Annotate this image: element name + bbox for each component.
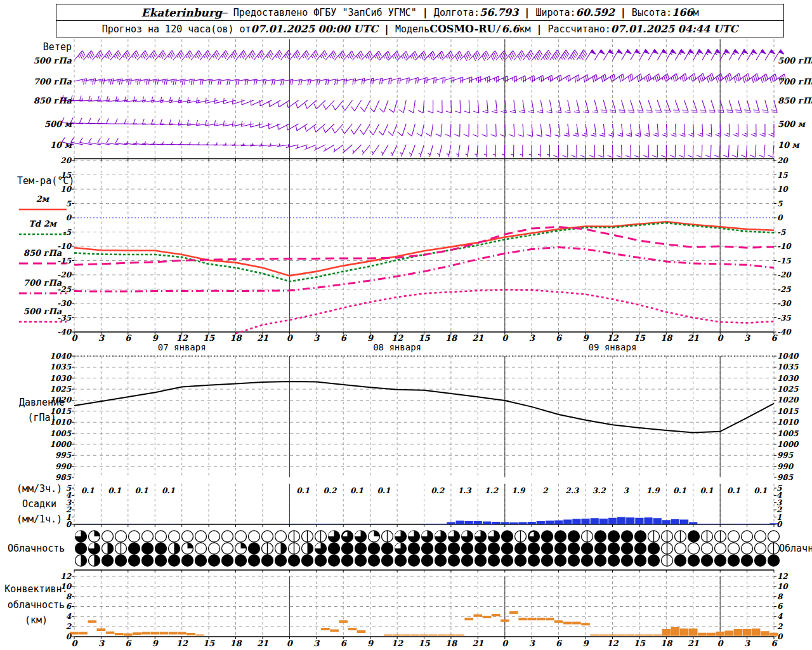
cloud-symbol (449, 543, 460, 554)
temp-tick-right: -15 (777, 256, 791, 265)
cloud-symbol (195, 555, 207, 566)
legend-label-3: 700 гПа (23, 278, 62, 288)
cloud-symbol (728, 543, 740, 554)
cloud-symbol-half (81, 555, 87, 566)
meteogram-chart (0, 0, 812, 650)
hour-label-bottom: 15 (634, 639, 645, 648)
hour-label-top: 6 (125, 333, 131, 343)
cloud-symbol-notch (329, 531, 334, 536)
header-r1-part-11: м (693, 7, 698, 18)
header-r2-part-5: / (496, 23, 502, 35)
pressure-tick-right: 1040 (777, 352, 798, 361)
clouds-panel-title: Облачность (8, 543, 65, 554)
wind-barb-flags-1 (591, 49, 784, 54)
hour-label-top: 12 (606, 333, 618, 343)
pressure-tick-left: 1020 (50, 395, 71, 404)
temp-tick-left: -30 (57, 299, 71, 308)
header-r2-part-9: Рассчитано: (548, 23, 611, 35)
cloud-symbol (115, 531, 127, 542)
precip-unit-3h: (мм/3ч.) (16, 483, 62, 494)
conv-tick-right: 4 (777, 612, 782, 621)
wind-barbs-5 (62, 137, 774, 157)
cloud-symbol (462, 543, 473, 554)
cloud-symbol-notch (488, 531, 494, 536)
conv-tick-left: 10 (60, 582, 71, 591)
precip-sum-label: 0.1 (727, 486, 740, 495)
pressure-tick-left: 1030 (50, 374, 71, 383)
temp-tick-left: -25 (57, 285, 71, 294)
header-row-2: Прогноз на 120 часа(ов) от 07.01.2025 00… (56, 20, 783, 37)
temp-tick-left: 20 (60, 156, 71, 165)
precip-sum-label: 0.2 (324, 486, 337, 495)
wind-barbs-4 (62, 117, 774, 136)
precip-sum-label: 0.1 (81, 486, 95, 495)
cloud-symbol (395, 555, 407, 566)
cloud-symbol (329, 555, 340, 566)
cloud-symbol (608, 543, 620, 554)
hour-label-top: 12 (391, 333, 403, 343)
pressure-tick-left: 1010 (50, 418, 71, 427)
cloud-symbol (182, 555, 193, 566)
pressure-tick-right: 1010 (777, 418, 798, 427)
cloud-symbol (768, 531, 780, 542)
conv-tick-right: 2 (777, 622, 782, 631)
header-r2-part-6: 6.6 (502, 23, 520, 35)
cloud-symbol (462, 555, 473, 566)
wind-level-label-left: 850 гПа (34, 96, 72, 105)
cloud-symbol (528, 555, 540, 566)
pressure-tick-left: 1005 (50, 429, 71, 438)
wind-level-label-right: 500 гПа (778, 56, 812, 65)
conv-tick-left: 0 (66, 632, 71, 641)
pressure-tick-right: 990 (777, 462, 793, 471)
wind-panel-title: Ветер (43, 41, 72, 53)
header-r2-part-8: | (530, 23, 547, 35)
temp-tick-left: 10 (60, 185, 71, 194)
cloud-symbol (502, 531, 513, 542)
pressure-tick-right: 1015 (777, 407, 798, 416)
cloud-symbol (249, 543, 260, 554)
cloud-symbol (262, 531, 273, 542)
cloud-symbol (568, 555, 580, 566)
cloud-symbol (568, 531, 580, 542)
hour-label-top: 3 (313, 333, 319, 343)
hour-label-bottom: 12 (176, 639, 188, 648)
hour-label-bottom: 15 (418, 639, 429, 648)
cloud-symbol (275, 531, 287, 542)
cloud-symbol (622, 531, 633, 542)
cloud-symbol (142, 555, 154, 566)
temp-tick-left: 0 (66, 213, 71, 222)
precip-sum-label: 0.1 (296, 486, 310, 495)
temp-tick-right: 0 (777, 213, 782, 222)
hour-label-bottom: 0 (502, 639, 508, 648)
hour-label-bottom: 18 (230, 639, 241, 648)
header-r1-part-4: 56.793 (480, 6, 518, 18)
pressure-tick-right: 995 (777, 451, 793, 460)
cloud-symbol (742, 543, 753, 554)
cloud-symbol (528, 543, 540, 554)
cloud-symbol (275, 555, 287, 566)
temp-tick-right: -20 (777, 270, 791, 279)
precip-sum-label: 0.1 (754, 486, 767, 495)
precip-sum-label: 2.3 (565, 486, 579, 495)
cloud-symbol (355, 555, 367, 566)
header-r2-part-1: 07.01.2025 00:00 UTC (251, 23, 378, 35)
hour-label-bottom: 15 (203, 639, 214, 648)
pressure-tick-right: 1025 (777, 385, 798, 394)
hour-label-top: 6 (771, 333, 776, 343)
cloud-symbol (688, 543, 700, 554)
precip-unit-1h: (мм/1ч.) (16, 514, 62, 525)
cloud-symbol (755, 531, 766, 542)
cloud-symbol (329, 543, 340, 554)
cloud-symbol (209, 543, 220, 554)
hour-label-top: 18 (660, 333, 672, 343)
wind-barbs-2 (74, 73, 785, 85)
wind-barbs-3 (62, 95, 777, 113)
cloud-symbol (502, 555, 513, 566)
pressure-tick-right: 1035 (777, 362, 798, 371)
precip-sum-label: 1.9 (512, 486, 525, 495)
cloud-symbol (728, 531, 740, 542)
pressure-tick-left: 1000 (50, 440, 71, 449)
cloud-symbol (369, 555, 380, 566)
cloud-symbol (249, 555, 260, 566)
cloud-symbol (262, 555, 273, 566)
